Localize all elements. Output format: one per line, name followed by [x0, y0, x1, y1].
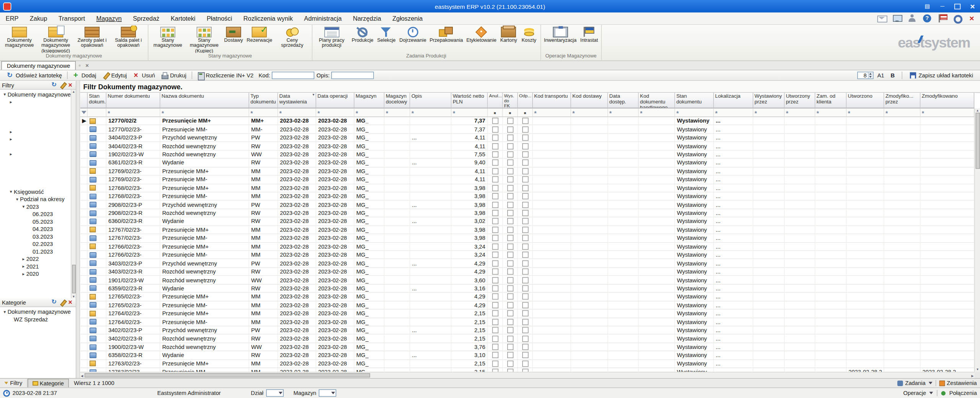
col-header-kod_dok_handl[interactable]: Kod dokumentu handlowego [639, 93, 675, 108]
checkbox-unchecked[interactable] [507, 344, 513, 350]
ribbon-button-dokumenty-magazynowe-księgowość[interactable]: Dokumenty magazynowe (księgowość) [38, 26, 74, 53]
filter-cell-nazwa[interactable] [160, 108, 249, 116]
ribbon-button-zwroty-palet-i-opakowań[interactable]: Zwroty palet i opakowań [74, 26, 110, 53]
checkbox-unchecked[interactable] [492, 319, 498, 325]
col-header-zmodyfikowany_przez[interactable]: Zmodyfiko... przez [884, 93, 921, 108]
checkbox-unchecked[interactable] [522, 285, 528, 292]
checkbox-unchecked[interactable] [522, 302, 528, 308]
col-header-opis[interactable]: Opis [410, 93, 451, 108]
checkbox-unchecked[interactable] [507, 302, 513, 308]
kod-input[interactable] [272, 72, 315, 79]
grid-row[interactable]: 12770/02/23-Przesunięcie MM-MM-2023-02-2… [80, 126, 974, 134]
checkbox-unchecked[interactable] [507, 293, 513, 300]
scroll-up-icon[interactable]: ▲ [72, 90, 75, 93]
filter-cell-utworzony_przez[interactable] [785, 108, 815, 116]
magazyn-select[interactable] [319, 389, 336, 397]
col-header-lokalizacja[interactable]: Lokalizacja [714, 93, 753, 108]
grid-row[interactable]: 12766/02/23-Przesunięcie MM+MM2023-02-28… [80, 242, 974, 251]
menu-item-zgłoszenia[interactable]: Zgłoszenia [387, 13, 428, 25]
col-header-zam_od_klienta[interactable]: Zam. od klienta [815, 93, 847, 108]
save-layout-button[interactable]: Zapisz układ kartoteki [907, 71, 977, 80]
checkbox-unchecked[interactable] [507, 327, 513, 333]
checkbox-unchecked[interactable] [492, 227, 498, 233]
checkbox-unchecked[interactable] [507, 310, 513, 316]
flag-icon[interactable] [938, 14, 947, 22]
menu-item-transport[interactable]: Transport [53, 13, 91, 25]
filter-cell-magazyn[interactable] [354, 108, 385, 116]
grid-row[interactable]: 1900/02/23-WRozchód wewnętrznyWW2023-02-… [80, 343, 974, 352]
checkbox-unchecked[interactable] [507, 227, 513, 233]
checkbox-unchecked[interactable] [522, 319, 528, 325]
col-header-stan_dokumentu[interactable]: Stan dokumentu [675, 93, 714, 108]
col-header-anul[interactable]: Anul... [488, 93, 503, 108]
col-header-zmodyfikowano[interactable]: Zmodyfikowano [921, 93, 975, 108]
checkbox-unchecked[interactable] [522, 336, 528, 342]
checkbox-unchecked[interactable] [507, 319, 513, 325]
user-icon[interactable] [907, 14, 917, 22]
ribbon-button-inwentaryzacja[interactable]: Inwentaryzacja [542, 26, 578, 53]
scroll-right-icon[interactable]: ▶ [971, 373, 973, 377]
add-button[interactable]: Dodaj [70, 71, 100, 80]
checkbox-unchecked[interactable] [507, 260, 513, 266]
checkbox-unchecked[interactable] [507, 269, 513, 275]
filter-cell-anul[interactable]: ■ [488, 108, 503, 116]
pin-tab-icon[interactable] [76, 61, 83, 70]
tree-item-05-2023[interactable]: 05.2023 [0, 218, 71, 226]
checkbox-unchecked[interactable] [507, 151, 513, 157]
checkbox-unchecked[interactable] [507, 193, 513, 199]
checkbox-unchecked[interactable] [492, 235, 498, 241]
tree-item-dokumenty-magazynowe[interactable]: ▾Dokumenty magazynowe [0, 91, 71, 98]
checkbox-unchecked[interactable] [522, 252, 528, 258]
checkbox-unchecked[interactable] [492, 134, 498, 141]
filters-scrollbar[interactable]: ▲ ▼ [71, 90, 76, 298]
edit-button[interactable]: Edytuj [99, 71, 130, 80]
print-button[interactable]: Drukuj [158, 71, 189, 80]
checkbox-unchecked[interactable] [522, 143, 528, 149]
gear-icon[interactable] [952, 14, 962, 22]
checkbox-unchecked[interactable] [522, 177, 528, 183]
filter-cell-kod_dostawy[interactable] [571, 108, 608, 116]
checkbox-unchecked[interactable] [507, 285, 513, 292]
col-header-wartosc[interactable]: Wartość netto PLN [451, 93, 488, 108]
grid-row[interactable]: 6360/02/23-RWydanieRW2023-02-282023-02-2… [80, 218, 974, 226]
ribbon-button-stany-magazynowe[interactable]: Stany magazynowe [150, 26, 186, 53]
ribbon-button-dokumenty-magazynowe[interactable]: Dokumenty magazynowe [1, 26, 38, 53]
grid-row[interactable]: 12767/02/23-Przesunięcie MM-MM2023-02-28… [80, 234, 974, 243]
dzial-select[interactable] [266, 389, 284, 397]
ribbon-button-rezerwacje[interactable]: Rezerwacje [245, 26, 274, 53]
mail-icon[interactable] [877, 14, 887, 22]
filter-cell-zmodyfikowany_przez[interactable] [884, 108, 921, 116]
checkbox-unchecked[interactable] [492, 285, 498, 292]
checkbox-unchecked[interactable] [492, 327, 498, 333]
checkbox-unchecked[interactable] [507, 235, 513, 241]
checkbox-unchecked[interactable] [507, 243, 513, 249]
grid-row[interactable]: 3403/02/23-PPrzychód wewnętrznyPW2023-02… [80, 259, 974, 268]
col-header-data_dostep[interactable]: Data dostęp. [608, 93, 639, 108]
ribbon-button-stany-magazynowe-kupiec[interactable]: Stany magazynowe (Kupiec) [186, 26, 222, 53]
ribbon-button-salda-palet-i-opakowań[interactable]: Salda palet i opakowań [110, 26, 147, 53]
checkbox-unchecked[interactable] [522, 126, 528, 133]
checkbox-unchecked[interactable] [507, 336, 513, 342]
filter-cell-data_wyst[interactable] [278, 108, 316, 116]
checkbox-unchecked[interactable] [522, 160, 528, 166]
grid-row[interactable]: 3404/02/23-PPrzychód wewnętrznyPW2023-02… [80, 134, 974, 142]
grid-row[interactable]: 12767/02/23-Przesunięcie MM+MM2023-02-28… [80, 226, 974, 234]
filter-cell-zmodyfikowano[interactable] [921, 108, 975, 116]
refresh-button[interactable]: Odśwież kartotekę [4, 71, 65, 80]
menu-item-administracja[interactable]: Administracja [299, 13, 348, 25]
checkbox-unchecked[interactable] [522, 218, 528, 224]
grid-row[interactable]: 3403/02/23-RRozchód wewnętrznyRW2023-02-… [80, 268, 974, 276]
checkbox-unchecked[interactable] [507, 134, 513, 141]
grid-row[interactable]: 3402/02/23-RRozchód wewnętrznyRW2023-02-… [80, 335, 974, 343]
checkbox-unchecked[interactable] [507, 118, 513, 124]
checkbox-unchecked[interactable] [507, 177, 513, 183]
font-size-spinner[interactable]: 8 [857, 72, 874, 79]
checkbox-unchecked[interactable] [522, 185, 528, 191]
minimize-button[interactable] [935, 0, 950, 13]
menu-item-narzędzia[interactable]: Narzędzia [347, 13, 387, 25]
help-icon[interactable] [923, 14, 933, 22]
grid-row[interactable]: 12769/02/23-Przesunięcie MM-MM2023-02-28… [80, 176, 974, 184]
tree-item-2021[interactable]: ▸2021 [0, 263, 71, 270]
filter-cell-odp[interactable]: ■ [518, 108, 533, 116]
checkbox-unchecked[interactable] [492, 126, 498, 133]
